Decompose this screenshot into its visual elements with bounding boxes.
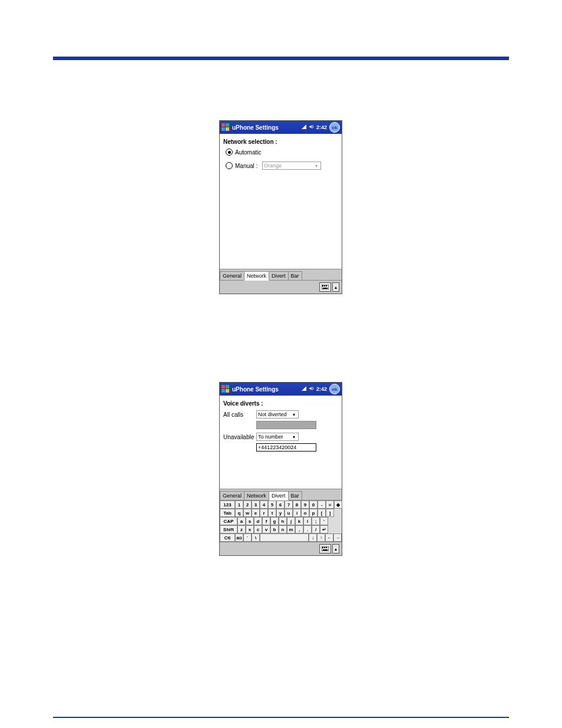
kb-space-key[interactable] xyxy=(260,533,309,542)
tab-divert[interactable]: Divert xyxy=(269,491,289,500)
dropdown-value: Orange xyxy=(264,163,282,169)
kb-key[interactable]: r xyxy=(260,509,268,517)
kb-key[interactable]: ; xyxy=(312,517,320,525)
kb-key[interactable]: 6 xyxy=(276,500,285,509)
kb-key[interactable]: 0 xyxy=(309,500,318,509)
app-title: uPhone Settings xyxy=(232,386,301,393)
kb-backspace-key[interactable]: ◆ xyxy=(334,500,342,509)
kb-key[interactable]: \ xyxy=(252,533,260,542)
kb-key[interactable]: x xyxy=(246,525,254,533)
all-calls-dropdown[interactable]: Not diverted ▾ xyxy=(256,410,299,419)
kb-key[interactable]: w xyxy=(243,509,252,517)
kb-key[interactable]: i xyxy=(293,509,301,517)
kb-key[interactable]: = xyxy=(326,500,334,509)
kb-key[interactable]: n xyxy=(279,525,287,533)
kb-key[interactable]: f xyxy=(262,517,270,525)
tab-general[interactable]: General xyxy=(220,491,244,500)
tab-network[interactable]: Network xyxy=(244,491,269,500)
unavailable-dropdown[interactable]: To number ▾ xyxy=(256,433,299,441)
kb-key[interactable]: . xyxy=(303,525,312,533)
kb-key[interactable]: 1 xyxy=(235,500,243,509)
svg-rect-3 xyxy=(226,127,229,131)
kb-key[interactable]: 7 xyxy=(285,500,293,509)
manual-network-dropdown[interactable]: Orange ▾ xyxy=(262,162,321,170)
kb-key[interactable]: 3 xyxy=(252,500,260,509)
keyboard-up-icon[interactable]: ▴ xyxy=(332,282,339,292)
kb-right-key[interactable]: → xyxy=(333,533,342,542)
kb-enter-key[interactable]: ↵ xyxy=(320,525,328,533)
kb-key[interactable]: , xyxy=(295,525,303,533)
on-screen-keyboard: 123 1 2 3 4 5 6 7 8 9 0 - = ◆ Tab q w e … xyxy=(220,500,342,542)
kb-key[interactable]: g xyxy=(270,517,279,525)
kb-key[interactable]: - xyxy=(318,500,326,509)
kb-cap-key[interactable]: CAP xyxy=(220,517,237,525)
unavailable-number-input[interactable]: +441223420024 xyxy=(256,443,316,452)
bottom-divider xyxy=(53,717,509,718)
speaker-icon[interactable] xyxy=(309,124,315,131)
kb-key[interactable]: b xyxy=(270,525,279,533)
kb-key[interactable]: q xyxy=(235,509,243,517)
speaker-icon[interactable] xyxy=(309,386,315,393)
kb-key[interactable]: c xyxy=(254,525,262,533)
kb-key[interactable]: [ xyxy=(318,509,326,517)
kb-key[interactable]: ` xyxy=(243,533,252,542)
kb-key[interactable]: m xyxy=(287,525,295,533)
kb-key[interactable]: h xyxy=(279,517,287,525)
tab-bar[interactable]: Bar xyxy=(288,491,302,500)
chevron-down-icon: ▾ xyxy=(313,163,319,169)
kb-key[interactable]: o xyxy=(301,509,309,517)
kb-left-key[interactable]: ← xyxy=(325,533,333,542)
kb-key[interactable]: p xyxy=(309,509,318,517)
kb-key[interactable]: e xyxy=(252,509,260,517)
kb-key[interactable]: ] xyxy=(326,509,334,517)
kb-key[interactable]: d xyxy=(254,517,262,525)
radio-automatic-label: Automatic xyxy=(235,149,261,156)
ok-button[interactable]: ok xyxy=(329,122,340,133)
kb-key[interactable]: z xyxy=(237,525,246,533)
kb-key[interactable]: 2 xyxy=(243,500,252,509)
kb-key[interactable]: ' xyxy=(320,517,328,525)
kb-key[interactable]: s xyxy=(246,517,254,525)
tab-network[interactable]: Network xyxy=(244,271,269,281)
svg-rect-6 xyxy=(324,285,325,286)
kb-key[interactable]: j xyxy=(287,517,295,525)
kb-key[interactable]: l xyxy=(303,517,312,525)
svg-rect-12 xyxy=(226,389,229,393)
kb-key[interactable]: u xyxy=(285,509,293,517)
kb-key[interactable]: 9 xyxy=(301,500,309,509)
tab-strip: General Network Divert Bar xyxy=(220,489,342,500)
svg-rect-14 xyxy=(322,547,323,548)
kb-ctl-key[interactable]: Ctl xyxy=(220,533,235,542)
tab-bar[interactable]: Bar xyxy=(288,271,302,280)
windows-logo-icon[interactable] xyxy=(222,123,230,131)
keyboard-toggle-icon[interactable] xyxy=(319,282,331,292)
tab-divert[interactable]: Divert xyxy=(269,271,289,280)
radio-manual[interactable] xyxy=(226,162,233,169)
windows-logo-icon[interactable] xyxy=(222,385,230,393)
kb-key[interactable]: v xyxy=(262,525,270,533)
radio-automatic[interactable] xyxy=(226,149,233,156)
kb-key[interactable]: a xyxy=(237,517,246,525)
kb-key[interactable]: áü xyxy=(235,533,243,542)
kb-tab-key[interactable]: Tab xyxy=(220,509,235,517)
kb-key[interactable]: / xyxy=(312,525,320,533)
tab-general[interactable]: General xyxy=(220,271,244,280)
ok-button[interactable]: ok xyxy=(329,384,340,394)
kb-shift-key[interactable]: Shift xyxy=(220,525,237,533)
kb-key[interactable]: 8 xyxy=(293,500,301,509)
signal-icon xyxy=(301,386,307,393)
keyboard-toggle-icon[interactable] xyxy=(319,544,331,554)
kb-key[interactable]: 5 xyxy=(268,500,276,509)
kb-key[interactable]: y xyxy=(276,509,285,517)
kb-key[interactable]: t xyxy=(268,509,276,517)
titlebar: uPhone Settings 2:42 ok xyxy=(220,121,342,134)
kb-key[interactable]: k xyxy=(295,517,303,525)
svg-rect-8 xyxy=(323,288,328,289)
keyboard-up-icon[interactable]: ▴ xyxy=(332,544,339,554)
kb-key[interactable]: 123 xyxy=(220,500,235,509)
kb-down-key[interactable]: ↓ xyxy=(309,533,317,542)
keyboard-row: CAP a s d f g h j k l ; ' xyxy=(220,517,342,525)
kb-key[interactable]: 4 xyxy=(260,500,268,509)
kb-up-key[interactable]: ↑ xyxy=(317,533,325,542)
dropdown-value: To number xyxy=(258,434,283,440)
